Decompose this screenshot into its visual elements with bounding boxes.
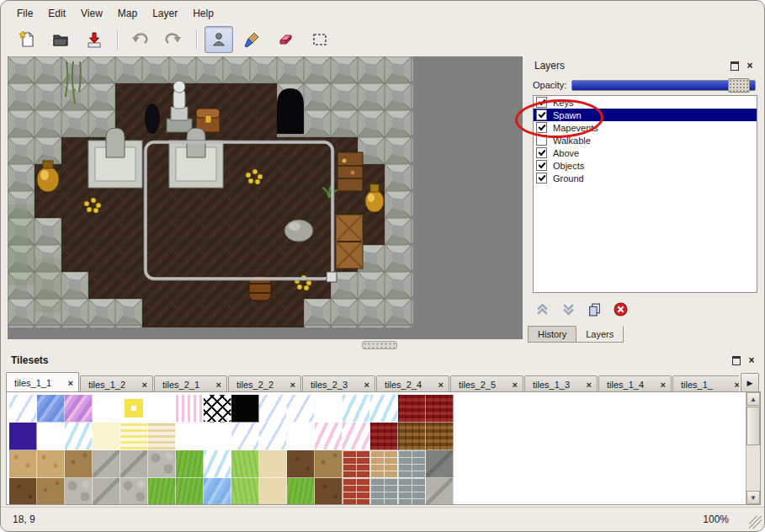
layer-row-objects[interactable]: Objects	[534, 159, 757, 172]
tab-close-icon[interactable]: ×	[213, 380, 221, 390]
tileset-tile[interactable]	[93, 478, 120, 505]
opacity-slider[interactable]	[571, 80, 756, 91]
tab-scroll-right-button[interactable]: ▶	[741, 373, 759, 393]
select-tool-button[interactable]	[305, 26, 334, 53]
tileset-tile[interactable]	[426, 395, 454, 423]
dock-tab-layers[interactable]: Layers	[576, 326, 624, 343]
menu-item-help[interactable]: Help	[185, 5, 221, 22]
layer-list[interactable]: KeysSpawnMapeventsWalkableAboveObjectsGr…	[533, 95, 757, 293]
layer-visibility-checkbox[interactable]	[536, 147, 547, 158]
tileset-tile[interactable]	[259, 395, 287, 423]
tileset-tile[interactable]	[287, 450, 315, 478]
tileset-tile[interactable]	[120, 423, 148, 450]
tab-close-icon[interactable]: ×	[731, 380, 739, 390]
tileset-tile[interactable]	[426, 423, 454, 450]
tileset-tab-tiles_2_5[interactable]: tiles_2_5×	[450, 375, 523, 392]
tileset-tile[interactable]	[343, 450, 370, 478]
tab-close-icon[interactable]: ×	[287, 380, 295, 390]
tileset-tile[interactable]	[93, 395, 120, 423]
tileset-tile[interactable]	[370, 423, 398, 450]
tileset-tile[interactable]	[259, 450, 287, 478]
menu-item-edit[interactable]: Edit	[40, 5, 73, 22]
brush-tool-button[interactable]	[238, 26, 267, 53]
tab-close-icon[interactable]: ×	[65, 378, 73, 388]
tab-close-icon[interactable]: ×	[509, 380, 518, 390]
tileset-tile[interactable]	[120, 395, 148, 423]
tileset-tile[interactable]	[204, 423, 231, 450]
tileset-tile[interactable]	[37, 478, 65, 505]
tileset-tab-tiles_1_1[interactable]: tiles_1_1×	[6, 372, 79, 392]
undo-button[interactable]	[125, 26, 154, 53]
scroll-up-icon[interactable]: ▲	[746, 392, 760, 406]
tileset-tile[interactable]	[398, 478, 426, 505]
splitter-handle[interactable]	[362, 341, 397, 349]
scroll-down-icon[interactable]: ▼	[746, 491, 760, 504]
tileset-tile[interactable]	[259, 478, 287, 505]
tileset-tile[interactable]	[9, 450, 37, 478]
menu-item-file[interactable]: File	[9, 5, 40, 22]
tileset-tile[interactable]	[315, 478, 343, 505]
tab-close-icon[interactable]: ×	[361, 380, 369, 390]
redo-button[interactable]	[159, 26, 188, 53]
opacity-slider-handle[interactable]	[728, 78, 750, 93]
layer-row-above[interactable]: Above	[534, 146, 757, 159]
layer-visibility-checkbox[interactable]	[536, 135, 547, 146]
map-canvas[interactable]	[8, 56, 413, 327]
tileset-tile[interactable]	[315, 423, 343, 450]
tileset-tile[interactable]	[37, 423, 65, 450]
tileset-tile[interactable]	[37, 395, 65, 423]
move-layer-up-button[interactable]	[534, 301, 550, 317]
tileset-tile[interactable]	[426, 450, 454, 478]
tileset-tile[interactable]	[287, 395, 315, 423]
tileset-tile[interactable]	[204, 450, 231, 478]
eraser-tool-button[interactable]	[272, 26, 300, 53]
tileset-tile[interactable]	[120, 478, 148, 505]
resize-grip[interactable]	[749, 516, 762, 529]
tileset-tile[interactable]	[426, 478, 454, 505]
tileset-tile[interactable]	[9, 395, 37, 423]
tileset-tile[interactable]	[204, 395, 231, 423]
delete-layer-button[interactable]	[613, 301, 628, 317]
tileset-tile[interactable]	[370, 478, 398, 505]
tileset-scrollbar[interactable]: ▲ ▼	[746, 392, 760, 504]
stamp-tool-button[interactable]	[205, 26, 233, 53]
tileset-tile[interactable]	[204, 478, 231, 505]
duplicate-layer-button[interactable]	[587, 301, 602, 317]
layer-row-walkable[interactable]: Walkable	[534, 134, 757, 146]
tileset-tile[interactable]	[65, 395, 93, 423]
map-viewport[interactable]	[8, 56, 523, 339]
tileset-tile[interactable]	[176, 478, 204, 505]
tileset-tab-tiles_2_3[interactable]: tiles_2_3×	[302, 375, 375, 392]
tileset-tile[interactable]	[343, 395, 370, 423]
save-button[interactable]	[80, 26, 109, 53]
tileset-tile[interactable]	[343, 423, 370, 450]
tileset-grid[interactable]	[9, 395, 454, 505]
tileset-tile[interactable]	[9, 478, 37, 505]
tileset-tile[interactable]	[176, 450, 204, 478]
float-icon[interactable]	[729, 60, 741, 72]
tileset-tile[interactable]	[65, 450, 93, 478]
tileset-tile[interactable]	[287, 478, 315, 505]
tileset-tile[interactable]	[398, 423, 426, 450]
menu-item-layer[interactable]: Layer	[145, 5, 185, 22]
tileset-tile[interactable]	[148, 450, 176, 478]
tileset-tab-tiles_1_[interactable]: tiles_1_×	[672, 375, 739, 392]
menu-item-view[interactable]: View	[73, 5, 110, 22]
tileset-tile[interactable]	[93, 450, 120, 478]
layer-visibility-checkbox[interactable]	[536, 122, 547, 133]
selection-resize-handle[interactable]	[327, 272, 337, 282]
tileset-tile[interactable]	[176, 395, 204, 423]
tileset-tile[interactable]	[148, 395, 176, 423]
tileset-tile[interactable]	[231, 395, 259, 423]
layer-row-spawn[interactable]: Spawn	[534, 109, 757, 121]
scrollbar-thumb[interactable]	[746, 407, 760, 445]
tab-close-icon[interactable]: ×	[435, 380, 444, 390]
tileset-tile[interactable]	[231, 478, 259, 505]
tab-close-icon[interactable]: ×	[657, 380, 666, 390]
tileset-tile[interactable]	[398, 395, 426, 423]
close-icon[interactable]: ×	[746, 354, 757, 366]
tileset-tile[interactable]	[315, 450, 343, 478]
tileset-tab-tiles_2_1[interactable]: tiles_2_1×	[154, 375, 227, 392]
tileset-tile[interactable]	[9, 423, 37, 450]
layer-visibility-checkbox[interactable]	[536, 173, 547, 184]
